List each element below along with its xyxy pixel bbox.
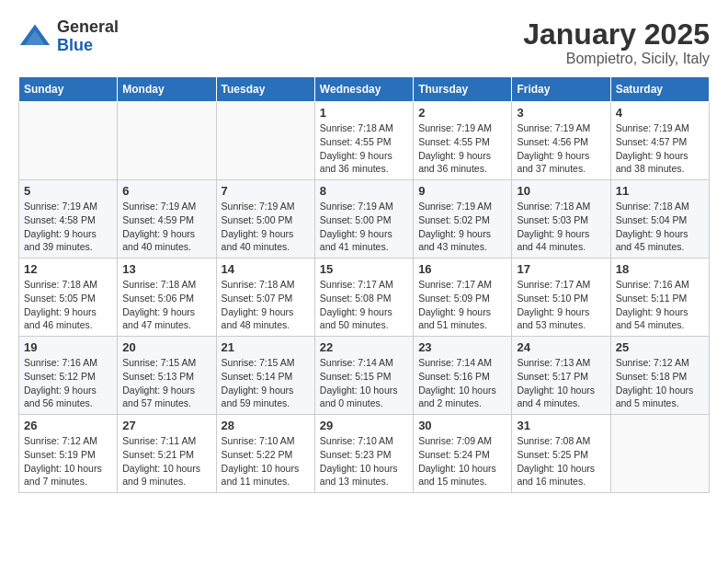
calendar-cell: 4Sunrise: 7:19 AM Sunset: 4:57 PM Daylig…	[610, 102, 709, 180]
day-number: 17	[517, 262, 605, 276]
weekday-header-sunday: Sunday	[19, 77, 118, 102]
day-number: 21	[222, 340, 310, 354]
day-info: Sunrise: 7:12 AM Sunset: 5:18 PM Dayligh…	[616, 356, 704, 410]
week-row-1: 1Sunrise: 7:18 AM Sunset: 4:55 PM Daylig…	[19, 102, 710, 180]
day-info: Sunrise: 7:15 AM Sunset: 5:14 PM Dayligh…	[222, 356, 310, 410]
calendar-cell: 29Sunrise: 7:10 AM Sunset: 5:23 PM Dayli…	[314, 415, 413, 493]
day-number: 2	[418, 106, 506, 120]
day-number: 18	[616, 262, 704, 276]
calendar-cell: 15Sunrise: 7:17 AM Sunset: 5:08 PM Dayli…	[314, 259, 413, 337]
calendar-cell: 2Sunrise: 7:19 AM Sunset: 4:55 PM Daylig…	[414, 102, 512, 180]
day-info: Sunrise: 7:10 AM Sunset: 5:23 PM Dayligh…	[320, 434, 408, 488]
day-info: Sunrise: 7:14 AM Sunset: 5:16 PM Dayligh…	[418, 356, 506, 410]
calendar-cell: 14Sunrise: 7:18 AM Sunset: 5:07 PM Dayli…	[216, 259, 314, 337]
day-number: 27	[122, 419, 210, 432]
calendar-cell: 7Sunrise: 7:19 AM Sunset: 5:00 PM Daylig…	[216, 180, 314, 259]
day-info: Sunrise: 7:19 AM Sunset: 4:57 PM Dayligh…	[616, 121, 704, 176]
calendar-cell: 27Sunrise: 7:11 AM Sunset: 5:21 PM Dayli…	[118, 415, 216, 493]
day-number: 12	[24, 262, 112, 276]
day-number: 23	[418, 340, 506, 354]
week-row-3: 12Sunrise: 7:18 AM Sunset: 5:05 PM Dayli…	[19, 259, 710, 337]
calendar-cell: 21Sunrise: 7:15 AM Sunset: 5:14 PM Dayli…	[216, 337, 314, 415]
day-info: Sunrise: 7:17 AM Sunset: 5:08 PM Dayligh…	[320, 278, 408, 332]
calendar-cell: 25Sunrise: 7:12 AM Sunset: 5:18 PM Dayli…	[610, 337, 709, 415]
page-title: January 2025	[523, 18, 710, 51]
weekday-header-row: SundayMondayTuesdayWednesdayThursdayFrid…	[19, 77, 710, 102]
day-number: 22	[320, 340, 408, 354]
calendar-cell: 3Sunrise: 7:19 AM Sunset: 4:56 PM Daylig…	[512, 102, 610, 180]
day-info: Sunrise: 7:15 AM Sunset: 5:13 PM Dayligh…	[122, 356, 210, 410]
day-info: Sunrise: 7:16 AM Sunset: 5:12 PM Dayligh…	[24, 356, 112, 410]
day-info: Sunrise: 7:18 AM Sunset: 4:55 PM Dayligh…	[320, 121, 408, 176]
day-number: 16	[418, 262, 506, 276]
day-info: Sunrise: 7:11 AM Sunset: 5:21 PM Dayligh…	[122, 434, 210, 488]
day-number: 1	[320, 106, 408, 120]
day-number: 20	[122, 340, 210, 354]
weekday-header-wednesday: Wednesday	[314, 77, 413, 102]
calendar-cell: 9Sunrise: 7:19 AM Sunset: 5:02 PM Daylig…	[414, 180, 512, 259]
calendar-table: SundayMondayTuesdayWednesdayThursdayFrid…	[18, 76, 710, 493]
weekday-header-thursday: Thursday	[414, 77, 512, 102]
calendar-cell: 28Sunrise: 7:10 AM Sunset: 5:22 PM Dayli…	[216, 415, 314, 493]
calendar-cell: 10Sunrise: 7:18 AM Sunset: 5:03 PM Dayli…	[512, 180, 610, 259]
calendar-cell: 11Sunrise: 7:18 AM Sunset: 5:04 PM Dayli…	[610, 180, 709, 259]
calendar-cell: 30Sunrise: 7:09 AM Sunset: 5:24 PM Dayli…	[414, 415, 512, 493]
day-number: 25	[616, 340, 704, 354]
day-number: 3	[517, 106, 605, 120]
title-block: January 2025 Bompietro, Sicily, Italy	[523, 18, 710, 67]
week-row-5: 26Sunrise: 7:12 AM Sunset: 5:19 PM Dayli…	[19, 415, 710, 493]
day-info: Sunrise: 7:19 AM Sunset: 4:58 PM Dayligh…	[24, 200, 112, 254]
day-info: Sunrise: 7:17 AM Sunset: 5:10 PM Dayligh…	[517, 278, 605, 332]
day-info: Sunrise: 7:12 AM Sunset: 5:19 PM Dayligh…	[24, 434, 112, 488]
logo: General Blue	[18, 18, 119, 55]
calendar-cell	[610, 415, 709, 493]
day-number: 24	[517, 340, 605, 354]
day-info: Sunrise: 7:19 AM Sunset: 4:56 PM Dayligh…	[517, 121, 605, 176]
day-info: Sunrise: 7:19 AM Sunset: 5:00 PM Dayligh…	[222, 200, 310, 254]
logo-text: General Blue	[57, 18, 119, 55]
weekday-header-friday: Friday	[512, 77, 610, 102]
day-info: Sunrise: 7:19 AM Sunset: 4:55 PM Dayligh…	[418, 121, 506, 176]
day-info: Sunrise: 7:18 AM Sunset: 5:06 PM Dayligh…	[122, 278, 210, 332]
calendar-cell: 24Sunrise: 7:13 AM Sunset: 5:17 PM Dayli…	[512, 337, 610, 415]
weekday-header-monday: Monday	[118, 77, 216, 102]
calendar-cell: 22Sunrise: 7:14 AM Sunset: 5:15 PM Dayli…	[314, 337, 413, 415]
page-header: General Blue January 2025 Bompietro, Sic…	[18, 18, 710, 67]
weekday-header-tuesday: Tuesday	[216, 77, 314, 102]
week-row-4: 19Sunrise: 7:16 AM Sunset: 5:12 PM Dayli…	[19, 337, 710, 415]
day-number: 5	[24, 184, 112, 198]
day-number: 14	[222, 262, 310, 276]
calendar-cell: 1Sunrise: 7:18 AM Sunset: 4:55 PM Daylig…	[314, 102, 413, 180]
calendar-cell: 5Sunrise: 7:19 AM Sunset: 4:58 PM Daylig…	[19, 180, 118, 259]
calendar-cell: 16Sunrise: 7:17 AM Sunset: 5:09 PM Dayli…	[414, 259, 512, 337]
day-number: 13	[122, 262, 210, 276]
day-info: Sunrise: 7:18 AM Sunset: 5:04 PM Dayligh…	[616, 200, 704, 254]
calendar-cell	[118, 102, 216, 180]
calendar-cell: 23Sunrise: 7:14 AM Sunset: 5:16 PM Dayli…	[414, 337, 512, 415]
day-info: Sunrise: 7:17 AM Sunset: 5:09 PM Dayligh…	[418, 278, 506, 332]
calendar-cell: 18Sunrise: 7:16 AM Sunset: 5:11 PM Dayli…	[610, 259, 709, 337]
day-info: Sunrise: 7:18 AM Sunset: 5:07 PM Dayligh…	[222, 278, 310, 332]
day-number: 15	[320, 262, 408, 276]
day-info: Sunrise: 7:19 AM Sunset: 4:59 PM Dayligh…	[122, 200, 210, 254]
calendar-cell: 26Sunrise: 7:12 AM Sunset: 5:19 PM Dayli…	[19, 415, 118, 493]
day-info: Sunrise: 7:14 AM Sunset: 5:15 PM Dayligh…	[320, 356, 408, 410]
page-subtitle: Bompietro, Sicily, Italy	[523, 51, 710, 67]
calendar-cell	[19, 102, 118, 180]
day-number: 31	[517, 419, 605, 432]
calendar-cell: 31Sunrise: 7:08 AM Sunset: 5:25 PM Dayli…	[512, 415, 610, 493]
day-number: 8	[320, 184, 408, 198]
calendar-cell: 6Sunrise: 7:19 AM Sunset: 4:59 PM Daylig…	[118, 180, 216, 259]
day-number: 6	[122, 184, 210, 198]
day-info: Sunrise: 7:10 AM Sunset: 5:22 PM Dayligh…	[222, 434, 310, 488]
day-info: Sunrise: 7:16 AM Sunset: 5:11 PM Dayligh…	[616, 278, 704, 332]
day-number: 4	[616, 106, 704, 120]
day-info: Sunrise: 7:19 AM Sunset: 5:02 PM Dayligh…	[418, 200, 506, 254]
calendar-cell: 12Sunrise: 7:18 AM Sunset: 5:05 PM Dayli…	[19, 259, 118, 337]
day-number: 26	[24, 419, 112, 432]
day-info: Sunrise: 7:13 AM Sunset: 5:17 PM Dayligh…	[517, 356, 605, 410]
day-number: 28	[222, 419, 310, 432]
day-info: Sunrise: 7:09 AM Sunset: 5:24 PM Dayligh…	[418, 434, 506, 488]
day-info: Sunrise: 7:18 AM Sunset: 5:03 PM Dayligh…	[517, 200, 605, 254]
day-number: 19	[24, 340, 112, 354]
